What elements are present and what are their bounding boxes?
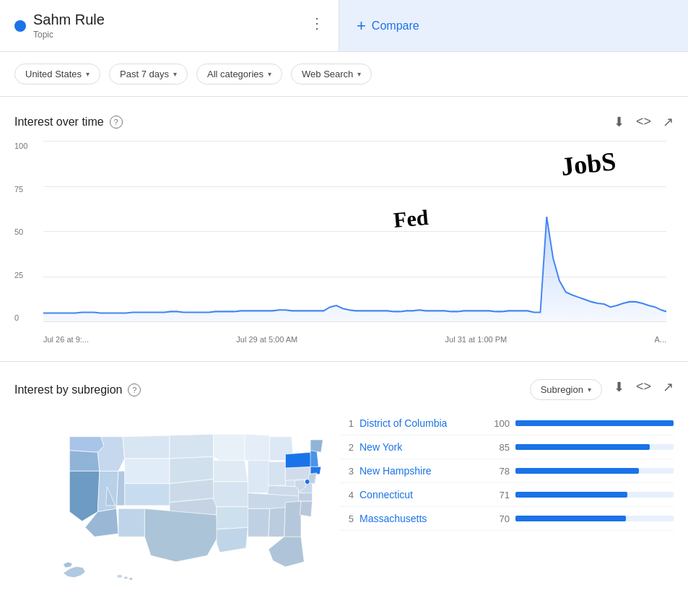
category-filter[interactable]: All categories ▾: [196, 64, 282, 84]
share-icon[interactable]: ↗: [663, 114, 674, 130]
ranking-row: 5 Massachusetts 70: [339, 507, 674, 531]
region-label: United States: [25, 69, 82, 79]
rank-name[interactable]: New York: [360, 441, 475, 453]
rank-value: 100: [481, 418, 510, 429]
x-label-3: Jul 31 at 1:00 PM: [445, 335, 508, 344]
svg-point-49: [129, 578, 132, 580]
ranking-row: 4 Connecticut 71: [339, 483, 674, 507]
topic-title: Sahm Rule: [33, 12, 105, 28]
y-label-25: 25: [14, 271, 40, 279]
x-label-1: Jul 26 at 9:...: [43, 335, 89, 344]
subregion-title: Interest by subregion: [14, 383, 122, 396]
rank-bar-fill: [515, 468, 639, 474]
us-map-svg: [14, 412, 325, 599]
ranking-row: 3 New Hampshire 78: [339, 459, 674, 483]
svg-marker-3: [69, 471, 100, 521]
embed-icon[interactable]: <>: [636, 114, 651, 130]
plus-icon: +: [357, 17, 366, 35]
rank-number: 1: [339, 418, 354, 429]
subregion-share-icon[interactable]: ↗: [663, 379, 674, 400]
compare-label: Compare: [372, 19, 419, 32]
period-label: Past 7 days: [120, 69, 169, 79]
rank-bar-fill: [515, 516, 626, 521]
svg-marker-7: [125, 459, 170, 484]
subregion-content: 1 District of Columbia 100 2 New York 85…: [14, 412, 674, 602]
svg-point-47: [117, 575, 122, 578]
svg-marker-11: [118, 508, 144, 537]
svg-marker-39: [285, 452, 312, 468]
search-type-filter[interactable]: Web Search ▾: [291, 64, 372, 84]
chart-area: JobS Fed: [43, 142, 666, 322]
subregion-download-icon[interactable]: ⬇: [614, 379, 624, 400]
rank-name[interactable]: New Hampshire: [360, 465, 475, 477]
chart-container: 0 25 50 75 100: [14, 142, 674, 344]
rank-value: 78: [481, 466, 510, 477]
more-options-icon[interactable]: ⋮: [310, 14, 324, 32]
svg-marker-30: [248, 508, 269, 537]
ranking-row: 2 New York 85: [339, 435, 674, 459]
iot-title: Interest over time: [14, 116, 104, 129]
subregion-embed-icon[interactable]: <>: [636, 379, 651, 400]
period-chevron-icon: ▾: [173, 70, 177, 78]
iot-help-icon[interactable]: ?: [110, 116, 123, 129]
rank-bar-fill: [515, 420, 674, 426]
svg-marker-18: [214, 434, 245, 460]
topic-info: Sahm Rule Topic: [33, 12, 105, 40]
subregion-dropdown[interactable]: Subregion ▾: [530, 379, 602, 400]
us-map: [14, 412, 325, 602]
svg-marker-38: [285, 467, 310, 480]
rank-value: 71: [481, 490, 510, 500]
topic-pill: Sahm Rule Topic ⋮: [14, 12, 324, 40]
svg-point-48: [124, 576, 128, 578]
category-chevron-icon: ▾: [268, 70, 271, 78]
svg-marker-22: [217, 527, 248, 552]
header: Sahm Rule Topic ⋮ + Compare: [0, 0, 688, 52]
rank-name[interactable]: Massachusetts: [360, 513, 475, 524]
rank-bar-bg: [515, 444, 674, 450]
subregion-dropdown-label: Subregion: [541, 384, 583, 395]
region-filter[interactable]: United States ▾: [14, 64, 100, 84]
topic-dot-icon: [14, 20, 26, 32]
svg-marker-8: [125, 484, 170, 506]
rank-number: 3: [339, 466, 354, 477]
download-icon[interactable]: ⬇: [614, 114, 624, 130]
svg-marker-31: [269, 508, 285, 537]
rank-number: 2: [339, 442, 354, 453]
svg-marker-41: [310, 440, 323, 452]
svg-marker-20: [214, 482, 250, 507]
rank-value: 85: [481, 442, 510, 453]
search-type-label: Web Search: [302, 69, 353, 79]
y-label-0: 0: [14, 313, 40, 322]
x-label-2: Jul 29 at 5:00 AM: [236, 335, 297, 344]
filters-bar: United States ▾ Past 7 days ▾ All catego…: [0, 52, 688, 97]
subregion-section-header: Interest by subregion ? Subregion ▾ ⬇ <>…: [14, 379, 674, 400]
svg-marker-13: [170, 456, 214, 483]
svg-marker-26: [269, 461, 285, 485]
subregion-actions: Subregion ▾ ⬇ <> ↗: [530, 379, 674, 400]
rank-number: 5: [339, 513, 354, 524]
svg-marker-24: [248, 461, 269, 493]
chart-x-labels: Jul 26 at 9:... Jul 29 at 5:00 AM Jul 31…: [43, 335, 666, 344]
category-label: All categories: [207, 69, 264, 79]
header-left: Sahm Rule Topic ⋮: [0, 0, 339, 51]
rank-bar-bg: [515, 492, 674, 498]
rank-bar-fill: [515, 492, 627, 498]
rank-name[interactable]: District of Columbia: [360, 417, 475, 429]
rank-bar-fill: [515, 444, 650, 450]
compare-section[interactable]: + Compare: [339, 0, 688, 51]
svg-marker-1: [69, 437, 104, 453]
subregion-dropdown-chevron: ▾: [588, 386, 591, 394]
svg-marker-46: [64, 562, 72, 568]
svg-marker-17: [144, 508, 219, 562]
subregion-help-icon[interactable]: ?: [128, 383, 141, 396]
ranking-row: 1 District of Columbia 100: [339, 412, 674, 435]
svg-marker-2: [69, 451, 100, 472]
svg-marker-34: [300, 501, 312, 517]
section-header-iot: Interest over time ? ⬇ <> ↗: [14, 114, 674, 130]
compare-button[interactable]: + Compare: [357, 17, 419, 35]
period-filter[interactable]: Past 7 days ▾: [109, 64, 188, 84]
interest-by-subregion-section: Interest by subregion ? Subregion ▾ ⬇ <>…: [0, 362, 688, 616]
x-label-4: A...: [654, 335, 666, 344]
chart-y-labels: 0 25 50 75 100: [14, 142, 40, 322]
rank-name[interactable]: Connecticut: [360, 489, 475, 500]
